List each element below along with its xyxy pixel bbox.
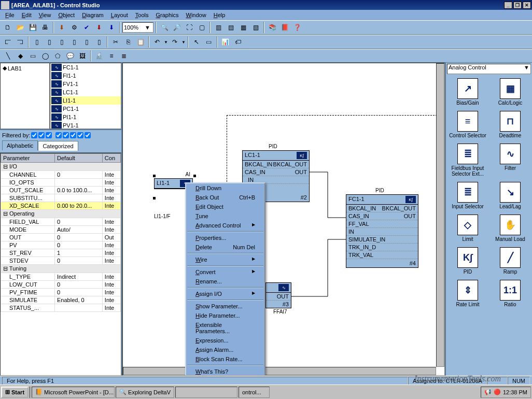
zoom-out-icon[interactable]: 🔎 <box>171 22 183 33</box>
save-button[interactable]: 💾 <box>27 22 38 33</box>
vscroll[interactable] <box>436 63 444 367</box>
rect-tool-icon[interactable]: ▭ <box>27 50 38 62</box>
paste-icon[interactable]: 📋 <box>135 36 146 48</box>
image-tool-icon[interactable]: 🖼 <box>77 50 88 62</box>
ctx-expression-[interactable]: Expression... <box>186 336 264 345</box>
panel2-icon[interactable]: ▤ <box>225 22 236 33</box>
filter-check-2[interactable] <box>38 132 45 138</box>
palette-control-selector[interactable]: ≡Control Selector <box>449 109 487 140</box>
tag-icon[interactable]: 🏷 <box>232 36 244 48</box>
param-row[interactable]: XD_SCALE0.00 to 20.0...Inte <box>1 202 121 210</box>
ctx-drill-down[interactable]: Drill Down <box>186 183 264 193</box>
taskbar-item-1[interactable]: 📙Microsoft PowerPoint - [D... <box>32 387 115 398</box>
param-row[interactable]: SIMULATEEnabled, 0Inte <box>1 296 121 304</box>
param-group[interactable]: ⊟ Tuning <box>1 265 121 273</box>
select-icon[interactable]: ▭ <box>203 36 215 48</box>
taskbar-item-4[interactable]: ontrol... <box>239 387 270 398</box>
hscroll[interactable] <box>123 367 436 375</box>
close-button[interactable]: ✕ <box>523 2 531 9</box>
new-button[interactable]: 🗋 <box>2 22 13 33</box>
menu-diagram[interactable]: Diagram <box>79 11 107 19</box>
taskbar-item-3[interactable] <box>175 387 237 398</box>
palette-deadtime[interactable]: ⊓Deadtime <box>491 109 529 140</box>
arrange6-icon[interactable]: ▯ <box>93 36 105 48</box>
align2-icon[interactable]: ⫎ <box>15 36 26 48</box>
panel1-icon[interactable]: ▥ <box>213 22 224 33</box>
param-group[interactable]: ⊟ I/O <box>1 163 121 171</box>
menu-edit[interactable]: Edit <box>19 11 35 19</box>
cut-icon[interactable]: ✂ <box>110 36 121 48</box>
library-icon[interactable]: 📕 <box>279 22 290 33</box>
palette-filter[interactable]: ∿Filter <box>491 141 529 179</box>
filter-check-5[interactable] <box>63 132 69 138</box>
palette-rate-limit[interactable]: ⇕Rate Limit <box>449 278 487 309</box>
books-icon[interactable]: 📚 <box>267 22 278 33</box>
param-row[interactable]: STATUS_...Inte <box>1 304 121 312</box>
ctx-what-s-this-[interactable]: What's This? <box>186 367 264 376</box>
ellipse-tool-icon[interactable]: ◯ <box>39 50 51 62</box>
palette-limit[interactable]: ◇Limit <box>449 212 487 244</box>
tag-item[interactable]: ∿FI1-1 <box>50 72 121 80</box>
process-icon[interactable]: ⚙ <box>68 22 80 33</box>
system-tray[interactable]: 📢 🔴 12:38 PM <box>481 387 531 398</box>
upload-icon[interactable]: ⬇ <box>106 22 117 33</box>
filter-check-4[interactable] <box>55 132 62 138</box>
zoom-in-icon[interactable]: 🔍 <box>159 22 170 33</box>
zoom-fit-icon[interactable]: ⛶ <box>184 22 195 33</box>
download-arrow-icon[interactable]: ⬇ <box>56 22 67 33</box>
col-header[interactable]: Default <box>55 154 103 163</box>
tray-icon-2[interactable]: 🔴 <box>494 389 501 395</box>
filter-check-8[interactable] <box>85 132 91 138</box>
diagram-canvas[interactable]: AI LI1-1∿ LI1-1/F PID LC1-1K∫ BKCAL_INBK… <box>122 63 445 376</box>
panel3-icon[interactable]: ▦ <box>237 22 249 33</box>
ctx-extensible-parameters-[interactable]: Extensible Parameters... <box>186 320 264 336</box>
line-tool-icon[interactable]: ╲ <box>2 50 13 62</box>
tray-icon-1[interactable]: 📢 <box>484 389 492 395</box>
palette-manual-load[interactable]: ✋Manual Load <box>491 212 529 244</box>
palette-calc-logic[interactable]: ▦Calc/Logic <box>491 76 529 108</box>
ctx-properties-[interactable]: Properties... <box>186 233 264 243</box>
palette-lead-lag[interactable]: ↘Lead/Lag <box>491 180 529 211</box>
lines2-icon[interactable]: ≣ <box>118 50 130 62</box>
parameter-table[interactable]: ParameterDefaultCon⊟ I/OCHANNEL0InteIO_O… <box>0 153 121 376</box>
arrange4-icon[interactable]: ▯ <box>68 36 80 48</box>
menu-view[interactable]: View <box>36 11 54 19</box>
filter-check-3[interactable] <box>46 132 52 138</box>
tag-item[interactable]: ∿LI1-1 <box>50 96 121 105</box>
panel4-icon[interactable]: ▧ <box>250 22 261 33</box>
module-tree[interactable]: ◆ LAB1 <box>0 63 50 129</box>
ctx-assign-alarm-[interactable]: Assign Alarm... <box>186 345 264 354</box>
param-row[interactable]: STDEV0Inte <box>1 257 121 265</box>
param-row[interactable]: L_TYPEIndirectInte <box>1 273 121 281</box>
param-row[interactable]: ST_REV1Inte <box>1 249 121 257</box>
filter-check-7[interactable] <box>77 132 83 138</box>
menu-layout[interactable]: Layout <box>108 11 131 19</box>
tag-item[interactable]: ∿PV1-1 <box>50 121 121 129</box>
print-button[interactable]: 🖶 <box>39 22 51 33</box>
ctx-edit-object[interactable]: Edit Object <box>186 202 264 211</box>
pointer-icon[interactable]: ↖ <box>191 36 202 48</box>
param-row[interactable]: FIELD_VAL0Inte <box>1 218 121 226</box>
param-row[interactable]: MODEAuto/Inte <box>1 226 121 234</box>
lines1-icon[interactable]: ≡ <box>106 50 117 62</box>
open-button[interactable]: 📂 <box>15 22 26 33</box>
palette-bias-gain[interactable]: ↗Bias/Gain <box>449 76 487 108</box>
taskbar-item-2[interactable]: 🔍Exploring DeltaV <box>116 387 174 398</box>
menu-window[interactable]: Window <box>183 11 209 19</box>
palette-pid[interactable]: K∫PID <box>449 245 487 277</box>
ctx-delete[interactable]: DeleteNum Del <box>186 243 264 252</box>
param-row[interactable]: PV_FTIME0Inte <box>1 289 121 296</box>
arrange1-icon[interactable]: ▯ <box>31 36 43 48</box>
ctx-assign-i-o[interactable]: Assign I/O <box>186 289 264 298</box>
zoom-combo[interactable]: ▼ <box>122 22 153 33</box>
ctx-tune[interactable]: Tune <box>186 211 264 221</box>
filter-check-6[interactable] <box>70 132 76 138</box>
ctx-hide-parameter-[interactable]: Hide Parameter... <box>186 311 264 320</box>
arrange5-icon[interactable]: ▯ <box>81 36 92 48</box>
tag-list[interactable]: ∿FC1-1∿FI1-1∿FV1-1∿LC1-1∿LI1-1∿PC1-1∿PI1… <box>50 63 121 129</box>
microscope-icon[interactable]: 🔬 <box>93 50 105 62</box>
redo-icon[interactable]: ↷ <box>169 36 180 48</box>
debug-icon[interactable]: ⬇ <box>93 22 105 33</box>
align-icon[interactable]: ⫍ <box>2 36 13 48</box>
poly-tool-icon[interactable]: ⬠ <box>52 50 63 62</box>
